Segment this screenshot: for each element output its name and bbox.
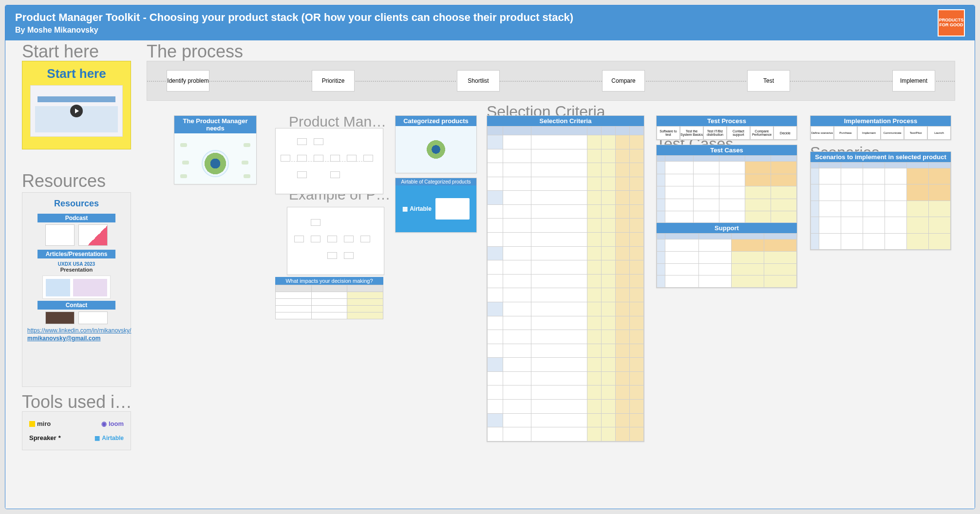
selection-criteria-header: Selection Criteria — [487, 116, 644, 126]
tool-spreaker-label: Spreaker — [29, 434, 57, 441]
implementation-process-body: Define scenarios Purchase Implement Comm… — [810, 126, 951, 140]
implementation-process-card[interactable]: Implementation Process Define scenarios … — [810, 115, 951, 140]
frame-label-resources[interactable]: Resources — [22, 171, 106, 191]
start-here-video-thumb[interactable] — [30, 85, 123, 137]
step-test[interactable]: Test — [747, 70, 790, 92]
tp-box-5[interactable]: Decide — [773, 126, 797, 140]
logo-text: PRODUCTS FOR GOOD — [939, 18, 964, 28]
tp-box-1[interactable]: Test the System Basics — [680, 126, 703, 140]
scenarios-header: Scenarios to implement in selected produ… — [810, 152, 951, 162]
pm-needs-body — [174, 133, 256, 184]
products-for-good-logo: PRODUCTS FOR GOOD — [938, 9, 965, 37]
board-title: Product Manager Toolkit - Choosing your … — [15, 11, 573, 24]
podcast-header: Podcast — [38, 214, 115, 222]
canvas[interactable]: Start here Resources Tools used in t… Th… — [5, 40, 975, 509]
contact-cards — [27, 312, 126, 324]
linkedin-link[interactable]: https://www.linkedin.com/in/mikanovsky/ — [27, 327, 126, 334]
airtable-categorized-header: Airtable of Categorized products — [396, 178, 476, 185]
product-man-flow-card[interactable] — [275, 128, 383, 194]
airtable-categorized-card[interactable]: Airtable of Categorized products ▦ Airta… — [395, 178, 477, 233]
ip-box-4[interactable]: Test/Pilot — [904, 126, 927, 140]
uxdx-block: UXDX USA 2023 Presentation — [27, 261, 126, 273]
tp-box-3[interactable]: Contact support — [727, 126, 750, 140]
scenarios-card[interactable]: Scenarios to implement in selected produ… — [810, 151, 951, 250]
tp-box-2[interactable]: Test IT/Biz distribution — [703, 126, 727, 140]
header-text-block: Product Manager Toolkit - Choosing your … — [15, 11, 573, 35]
tp-box-0[interactable]: Software to test — [657, 126, 680, 140]
resources-panel[interactable]: Resources Podcast Articles/Presentations… — [22, 192, 131, 387]
airtable-logo: ▦ Airtable — [402, 205, 432, 212]
frame-label-process[interactable]: The process — [147, 41, 243, 62]
example-flow-card[interactable] — [287, 207, 384, 275]
tool-airtable-label: Airtable — [102, 435, 124, 441]
process-strip[interactable]: Identify problem Prioritize Shortlist Co… — [147, 61, 955, 101]
selection-criteria-table — [487, 126, 644, 441]
ip-box-1[interactable]: Purchase — [834, 126, 857, 140]
tools-panel[interactable]: miro ◉ loom Spreaker* ▦ Airtable — [22, 411, 131, 450]
podcast-card-1[interactable] — [45, 224, 75, 246]
what-impacts-table — [275, 285, 383, 319]
podcast-cards — [27, 224, 126, 246]
selection-criteria-body — [487, 126, 644, 441]
resources-title: Resources — [27, 199, 126, 209]
step-prioritize[interactable]: Prioritize — [312, 70, 355, 92]
tool-spreaker[interactable]: Spreaker* — [29, 434, 61, 441]
uxdx-line2: Presentation — [27, 267, 126, 273]
articles-header: Articles/Presentations — [38, 250, 115, 258]
test-process-header: Test Process — [657, 116, 797, 126]
pm-needs-header: The Product Manager needs — [174, 116, 256, 133]
frame-label-start-here[interactable]: Start here — [22, 41, 99, 62]
ip-box-3[interactable]: Communicate — [881, 126, 904, 140]
tp-box-4[interactable]: Compare Performance — [750, 126, 773, 140]
contact-card-2[interactable] — [78, 312, 108, 324]
pm-needs-bubbles — [180, 141, 250, 179]
scenarios-body — [810, 162, 951, 250]
uxdx-line1: UXDX USA 2023 — [27, 261, 126, 267]
product-man-flow-body — [276, 128, 383, 194]
step-compare[interactable]: Compare — [602, 70, 645, 92]
test-cases-header: Test Cases — [657, 145, 797, 155]
contact-card-1[interactable] — [45, 312, 75, 324]
support-table — [657, 233, 797, 288]
what-impacts-card[interactable]: What impacts your decision making? — [275, 277, 383, 319]
play-icon[interactable] — [70, 105, 83, 117]
ip-box-2[interactable]: Implement — [857, 126, 881, 140]
step-identify[interactable]: Identify problem — [167, 70, 209, 92]
board-subtitle: By Moshe Mikanovsky — [15, 26, 573, 35]
ip-box-5[interactable]: Launch — [927, 126, 951, 140]
implementation-process-header: Implementation Process — [810, 116, 951, 126]
podcast-card-2[interactable] — [78, 224, 108, 246]
airtable-window — [435, 198, 470, 220]
categorized-products-card[interactable]: Categorized products — [395, 115, 477, 173]
scenarios-table — [810, 162, 951, 250]
miro-board[interactable]: Product Manager Toolkit - Choosing your … — [5, 5, 975, 509]
categorized-products-image — [396, 126, 476, 173]
test-process-card[interactable]: Test Process Software to test Test the S… — [656, 115, 797, 140]
pm-needs-card[interactable]: The Product Manager needs — [174, 115, 257, 184]
categorized-products-header: Categorized products — [396, 116, 476, 126]
contact-header: Contact — [38, 301, 115, 310]
selection-criteria-card[interactable]: Selection Criteria — [487, 115, 644, 442]
airtable-screenshot: ▦ Airtable — [396, 185, 476, 232]
tool-miro-label: miro — [37, 420, 51, 427]
tool-loom-label: loom — [109, 420, 124, 427]
frame-label-tools[interactable]: Tools used in t… — [22, 392, 134, 412]
step-implement[interactable]: Implement — [892, 70, 935, 92]
tool-airtable[interactable]: ▦ Airtable — [94, 435, 124, 441]
email-link[interactable]: mmikanovsky@gmail.com — [27, 335, 126, 342]
support-body — [657, 233, 797, 288]
example-flow-body — [287, 207, 384, 275]
tool-miro[interactable]: miro — [29, 420, 51, 427]
start-here-card[interactable]: Start here — [22, 61, 131, 149]
categorized-circle-icon — [424, 138, 448, 161]
board-header: Product Manager Toolkit - Choosing your … — [5, 5, 975, 40]
tool-loom[interactable]: ◉ loom — [101, 420, 124, 427]
support-card[interactable]: Support — [656, 222, 797, 288]
frame-label-product-man[interactable]: Product Man… — [289, 113, 386, 130]
step-shortlist[interactable]: Shortlist — [457, 70, 500, 92]
ip-box-0[interactable]: Define scenarios — [810, 126, 834, 140]
support-header: Support — [657, 223, 797, 233]
process-connector — [147, 81, 955, 82]
test-process-body: Software to test Test the System Basics … — [657, 126, 797, 140]
uxdx-slide-thumb[interactable] — [42, 275, 111, 299]
